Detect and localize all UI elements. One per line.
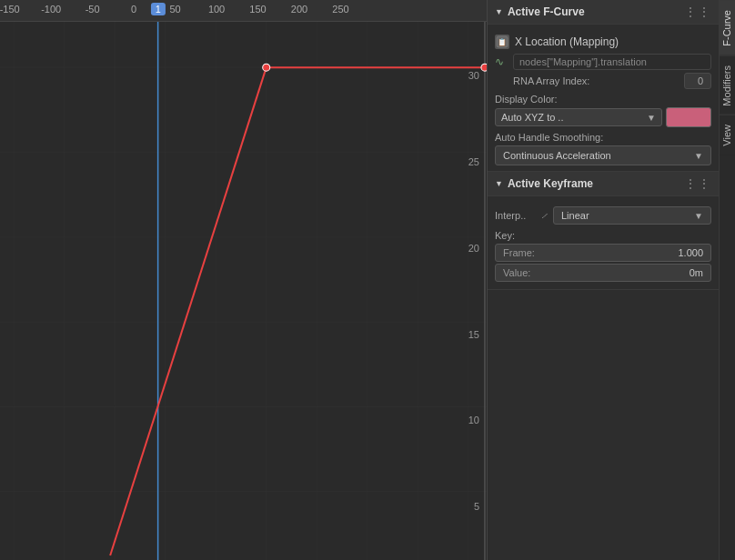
fcurve-section: 📋 X Location (Mapping) ∿ nodes["Mapping"… (488, 25, 719, 172)
side-tab-view[interactable]: View (720, 115, 735, 155)
current-frame-badge[interactable]: 1 (151, 3, 166, 15)
ruler-tick: 0 (131, 4, 136, 15)
side-tabs: F-Curve Modifiers View (719, 0, 735, 560)
y-label: 30 (468, 70, 479, 81)
key-label: Key: (495, 230, 711, 241)
y-label: 5 (474, 501, 479, 512)
ruler-tick: 150 (249, 4, 266, 15)
value-field-row[interactable]: Value: 0m (495, 264, 711, 282)
keyframe-collapse-triangle: ▼ (495, 179, 503, 188)
y-label: 20 (468, 243, 479, 254)
fcurve-collapse-triangle: ▼ (495, 7, 503, 16)
ruler-tick: 100 (208, 4, 225, 15)
smoothing-dropdown-arrow: ▼ (694, 151, 703, 161)
x-location-label: X Location (Mapping) (515, 35, 619, 48)
y-label: 10 (468, 415, 479, 425)
right-panel: ▼ Active F-Curve ⋮⋮ 📋 X Location (Mappin… (487, 0, 719, 560)
graph-svg (0, 22, 487, 560)
ruler-tick: 50 (169, 4, 180, 15)
frame-value: 1.000 (678, 247, 703, 258)
svg-text:📋: 📋 (498, 37, 507, 46)
active-keyframe-title: Active Keyframe (508, 177, 680, 190)
smoothing-dropdown[interactable]: Continuous Acceleration ▼ (495, 145, 711, 165)
rna-index-value[interactable]: 0 (684, 73, 711, 89)
active-fcurve-header[interactable]: ▼ Active F-Curve ⋮⋮ (488, 0, 719, 25)
side-tab-fcurve[interactable]: F-Curve (720, 0, 735, 55)
ruler-tick: -150 (0, 4, 20, 15)
linear-label: Linear (561, 210, 589, 221)
rna-path-field[interactable]: nodes["Mapping"].translation (513, 54, 711, 70)
rna-icon: ∿ (495, 55, 509, 68)
rna-index-row: RNA Array Index: 0 (495, 73, 711, 89)
side-tab-modifiers[interactable]: Modifiers (720, 55, 735, 115)
auto-xyz-dropdown-arrow: ▼ (647, 113, 656, 123)
ruler-tick: 200 (291, 4, 307, 15)
frame-field-row[interactable]: Frame: 1.000 (495, 244, 711, 262)
active-keyframe-header[interactable]: ▼ Active Keyframe ⋮⋮ (488, 172, 719, 196)
svg-point-20 (263, 64, 270, 71)
y-label: 15 (468, 329, 479, 340)
value-value: 0m (690, 267, 703, 278)
interp-slash: ⟋ (539, 210, 549, 221)
rna-index-label: RNA Array Index: (495, 75, 684, 86)
fcurve-menu-dots[interactable]: ⋮⋮ (684, 5, 711, 19)
frame-label: Frame: (503, 247, 535, 258)
active-fcurve-title: Active F-Curve (508, 5, 680, 18)
display-color-label: Display Color: (495, 94, 711, 105)
color-swatch[interactable] (666, 107, 711, 127)
value-label: Value: (503, 267, 530, 278)
y-label: 25 (468, 156, 479, 167)
interp-row: Interp.. ⟋ Linear ▼ (495, 206, 711, 225)
ruler-tick: -100 (41, 4, 61, 15)
auto-xyz-dropdown[interactable]: Auto XYZ to .. ▼ (495, 108, 662, 126)
svg-line-18 (110, 67, 267, 555)
keyframe-menu-dots[interactable]: ⋮⋮ (684, 176, 711, 191)
color-row: Auto XYZ to .. ▼ (495, 107, 711, 127)
keyframe-section: Interp.. ⟋ Linear ▼ Key: Frame: 1.000 Va… (488, 196, 719, 290)
x-location-icon: 📋 (495, 35, 509, 49)
graph-area: -150-100-500501001502002501 (0, 0, 487, 560)
auto-xyz-label: Auto XYZ to .. (501, 112, 563, 123)
ruler-tick: -50 (86, 4, 100, 15)
graph-canvas[interactable]: 30252015105 (0, 22, 487, 560)
rna-path-row: ∿ nodes["Mapping"].translation (495, 54, 711, 70)
interp-dropdown[interactable]: Linear ▼ (553, 206, 711, 225)
ruler-tick: 250 (332, 4, 348, 15)
timeline-ruler[interactable]: -150-100-500501001502002501 (0, 0, 487, 22)
interp-dropdown-arrow: ▼ (694, 211, 703, 221)
auto-handle-label: Auto Handle Smoothing: (495, 132, 711, 143)
interp-label: Interp.. (495, 210, 536, 221)
x-location-row: 📋 X Location (Mapping) (495, 35, 711, 49)
smoothing-value: Continuous Acceleration (503, 150, 611, 161)
svg-point-21 (481, 64, 487, 71)
